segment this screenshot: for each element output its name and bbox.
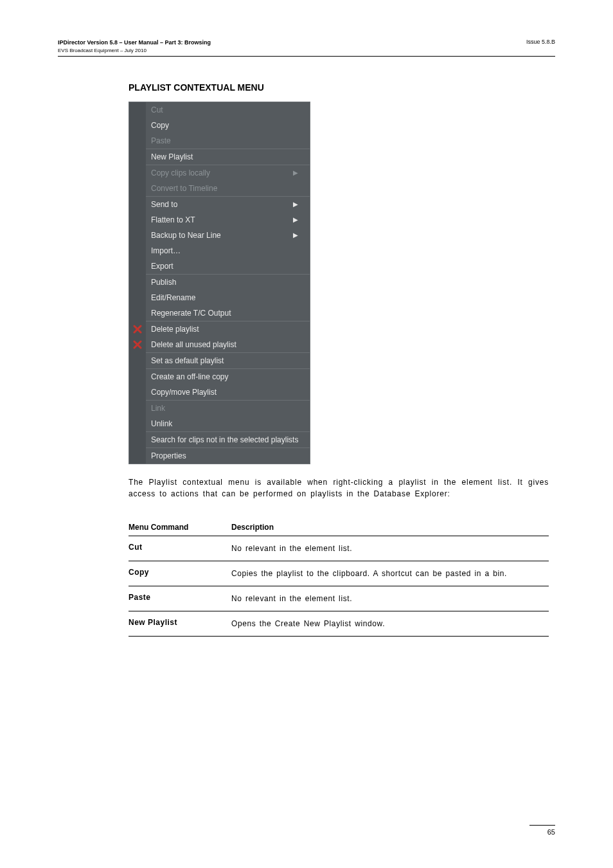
delete-x-icon xyxy=(129,321,146,337)
table-cell-command: Cut xyxy=(129,543,231,554)
menu-item-label: Paste xyxy=(146,136,298,145)
footer-rule xyxy=(529,825,555,826)
submenu-arrow-icon: ▶ xyxy=(293,169,298,176)
submenu-arrow-icon: ▶ xyxy=(293,201,298,208)
menu-separator xyxy=(129,400,310,401)
menu-item-label: Regenerate T/C Output xyxy=(146,309,298,318)
playlist-context-menu: CutCopyPasteNew PlaylistCopy clips local… xyxy=(129,102,310,464)
table-cell-description: Copies the playlist to the clipboard. A … xyxy=(231,568,549,579)
header-title-line2: EVS Broadcast Equipment – July 2010 xyxy=(58,48,147,53)
menu-separator xyxy=(129,368,310,369)
submenu-arrow-icon: ▶ xyxy=(293,216,298,223)
menu-gutter xyxy=(129,165,146,181)
menu-gutter xyxy=(129,133,146,149)
menu-item-convert-to-timeline: Convert to Timeline xyxy=(129,181,310,196)
menu-item-new-playlist[interactable]: New Playlist xyxy=(129,149,310,165)
commands-table: Menu Command Description CutNo relevant … xyxy=(129,519,549,637)
menu-gutter xyxy=(129,448,146,464)
menu-item-search-for-clips-not-in-the-selected-playlists[interactable]: Search for clips not in the selected pla… xyxy=(129,432,310,448)
menu-item-label: Send to xyxy=(146,200,280,209)
menu-separator xyxy=(129,165,310,165)
menu-item-label: Set as default playlist xyxy=(146,356,298,365)
menu-item-label: Properties xyxy=(146,451,298,460)
menu-gutter xyxy=(129,258,146,274)
menu-item-label: Import… xyxy=(146,246,298,255)
menu-item-backup-to-near-line[interactable]: Backup to Near Line▶ xyxy=(129,228,310,243)
menu-separator xyxy=(129,196,310,197)
menu-item-cut: Cut xyxy=(129,102,310,118)
menu-gutter xyxy=(129,149,146,165)
menu-item-copy-move-playlist[interactable]: Copy/move Playlist xyxy=(129,384,310,400)
menu-item-flatten-to-xt[interactable]: Flatten to XT▶ xyxy=(129,212,310,228)
table-cell-description: No relevant in the element list. xyxy=(231,593,549,604)
table-row: CutNo relevant in the element list. xyxy=(129,536,549,561)
menu-item-edit-rename[interactable]: Edit/Rename xyxy=(129,290,310,305)
menu-gutter xyxy=(129,353,146,368)
menu-gutter xyxy=(129,212,146,228)
delete-x-icon xyxy=(129,337,146,352)
menu-item-label: Convert to Timeline xyxy=(146,184,298,193)
section-title: PLAYLIST CONTEXTUAL MENU xyxy=(129,82,555,93)
menu-item-unlink[interactable]: Unlink xyxy=(129,416,310,431)
menu-item-label: Copy xyxy=(146,121,298,130)
menu-item-publish[interactable]: Publish xyxy=(129,275,310,290)
table-header-command: Menu Command xyxy=(129,523,231,532)
page-header: IPDirector Version 5.8 – User Manual – P… xyxy=(58,39,555,55)
header-issue: Issue 5.8.B xyxy=(526,39,555,45)
page-number: 65 xyxy=(529,828,555,836)
menu-item-label: Create an off-line copy xyxy=(146,372,298,381)
menu-separator xyxy=(129,274,310,275)
submenu-arrow-icon: ▶ xyxy=(293,231,298,239)
menu-item-label: Backup to Near Line xyxy=(146,231,280,240)
menu-separator xyxy=(129,448,310,448)
table-row: New PlaylistOpens the Create New Playlis… xyxy=(129,611,549,637)
menu-item-set-as-default-playlist[interactable]: Set as default playlist xyxy=(129,353,310,368)
menu-gutter xyxy=(129,401,146,416)
table-cell-command: Paste xyxy=(129,593,231,604)
menu-item-delete-all-unused-playlist[interactable]: Delete all unused playlist xyxy=(129,337,310,352)
table-cell-command: New Playlist xyxy=(129,618,231,629)
menu-item-regenerate-t-c-output[interactable]: Regenerate T/C Output xyxy=(129,305,310,321)
menu-item-link: Link xyxy=(129,401,310,416)
table-cell-description: No relevant in the element list. xyxy=(231,543,549,554)
menu-item-send-to[interactable]: Send to▶ xyxy=(129,197,310,212)
menu-gutter xyxy=(129,181,146,196)
menu-gutter xyxy=(129,118,146,133)
menu-item-label: New Playlist xyxy=(146,152,298,161)
menu-gutter xyxy=(129,290,146,305)
menu-gutter xyxy=(129,243,146,258)
table-cell-command: Copy xyxy=(129,568,231,579)
menu-gutter xyxy=(129,197,146,212)
menu-item-label: Publish xyxy=(146,278,298,287)
menu-item-copy[interactable]: Copy xyxy=(129,118,310,133)
menu-item-import[interactable]: Import… xyxy=(129,243,310,258)
menu-item-paste: Paste xyxy=(129,133,310,149)
menu-item-label: Flatten to XT xyxy=(146,215,280,224)
menu-item-label: Unlink xyxy=(146,419,298,428)
menu-gutter xyxy=(129,228,146,243)
table-cell-description: Opens the Create New Playlist window. xyxy=(231,618,549,629)
menu-item-label: Link xyxy=(146,404,298,413)
menu-gutter xyxy=(129,275,146,290)
menu-separator xyxy=(129,321,310,321)
menu-item-create-an-off-line-copy[interactable]: Create an off-line copy xyxy=(129,369,310,384)
table-header-description: Description xyxy=(231,523,549,532)
table-header-row: Menu Command Description xyxy=(129,519,549,536)
table-row: CopyCopies the playlist to the clipboard… xyxy=(129,561,549,586)
menu-item-label: Delete all unused playlist xyxy=(146,340,298,349)
menu-separator xyxy=(129,149,310,149)
menu-gutter xyxy=(129,102,146,118)
menu-item-label: Copy clips locally xyxy=(146,168,280,177)
menu-item-label: Export xyxy=(146,262,298,271)
header-rule xyxy=(58,56,555,57)
menu-gutter xyxy=(129,384,146,400)
menu-gutter xyxy=(129,416,146,431)
menu-item-properties[interactable]: Properties xyxy=(129,448,310,464)
table-row: PasteNo relevant in the element list. xyxy=(129,586,549,611)
menu-gutter xyxy=(129,432,146,448)
header-title: IPDirector Version 5.8 – User Manual – P… xyxy=(58,39,211,55)
header-title-line1: IPDirector Version 5.8 – User Manual – P… xyxy=(58,39,211,46)
menu-item-export[interactable]: Export xyxy=(129,258,310,274)
menu-item-label: Cut xyxy=(146,105,298,114)
menu-item-delete-playlist[interactable]: Delete playlist xyxy=(129,321,310,337)
